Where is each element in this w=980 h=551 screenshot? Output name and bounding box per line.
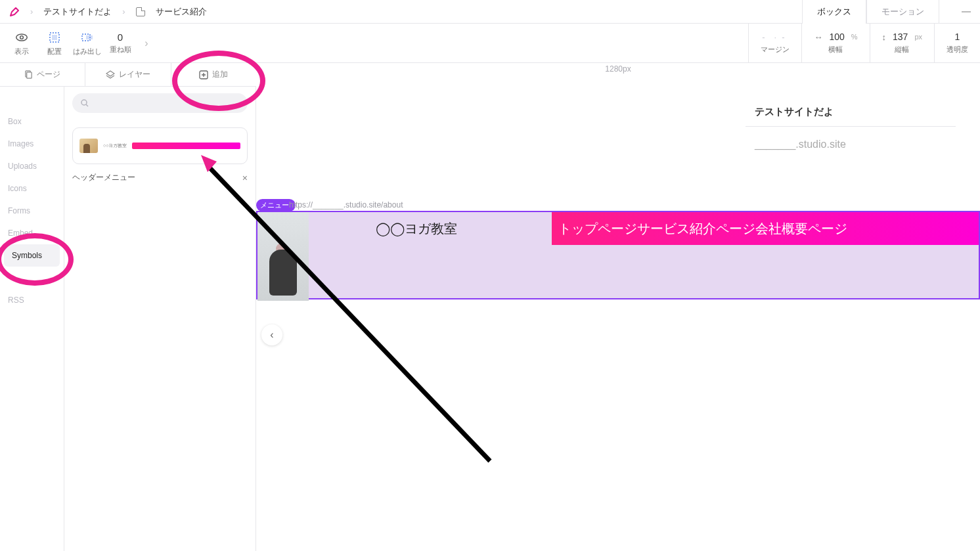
annotation-circle-add	[172, 51, 265, 111]
property-bar: 表示 配置 はみ出し 0 重ね順 › - · - マージン ↔ 10	[0, 24, 980, 63]
cat-box[interactable]: Box	[0, 110, 64, 133]
page-icon	[136, 7, 145, 16]
opacity-label: 透明度	[947, 45, 968, 55]
svg-rect-5	[86, 35, 93, 39]
align-label: 配置	[47, 47, 62, 56]
stack-tool[interactable]: 0 重ね順	[104, 32, 137, 55]
tab-layers-label: レイヤー	[119, 69, 150, 80]
margin-label: マージン	[761, 45, 790, 55]
pencil-icon[interactable]	[9, 7, 20, 17]
width-arrow-icon: ↔	[814, 32, 822, 42]
margin-prop[interactable]: - · - マージン	[748, 24, 801, 62]
selection-url: https://_______.studio.site/about	[289, 200, 403, 209]
tab-motion[interactable]: モーション	[866, 0, 939, 24]
minimize-icon[interactable]	[962, 11, 971, 12]
svg-point-9	[81, 100, 87, 105]
align-icon	[47, 30, 62, 45]
header-image	[257, 212, 309, 301]
height-unit[interactable]: px	[914, 33, 922, 41]
close-icon[interactable]: ×	[242, 173, 248, 183]
collapse-panel-button[interactable]: ‹	[261, 324, 282, 345]
chevron-right-icon[interactable]: ›	[137, 37, 156, 49]
cat-images[interactable]: Images	[0, 133, 64, 155]
opacity-prop[interactable]: 1 透明度	[934, 24, 980, 62]
selected-element[interactable]: メニュー https://_______.studio.site/about ◯…	[256, 211, 980, 299]
stack-label: 重ね順	[110, 45, 131, 55]
opacity-value[interactable]: 1	[955, 32, 960, 42]
header-nav: トップページサービス紹介ページ会社概要ページ	[552, 212, 979, 245]
width-unit[interactable]: %	[851, 33, 858, 41]
height-value[interactable]: 137	[893, 32, 908, 42]
symbol-preview-nav	[132, 143, 240, 149]
cat-uploads[interactable]: Uploads	[0, 155, 64, 177]
symbol-card[interactable]: ○○ヨガ教室	[72, 127, 248, 164]
overflow-tool[interactable]: はみ出し	[71, 30, 104, 56]
header-menu-box[interactable]: ◯◯ヨガ教室 トップページサービス紹介ページ会社概要ページ	[256, 211, 980, 299]
breadcrumb-site[interactable]: テストサイトだよ	[43, 6, 112, 18]
search-icon	[80, 99, 89, 108]
pages-icon	[24, 70, 33, 79]
cat-rss[interactable]: RSS	[0, 289, 64, 311]
breadcrumb-page[interactable]: サービス紹介	[156, 6, 207, 18]
top-breadcrumb-bar: › テストサイトだよ › サービス紹介 ボックス モーション	[0, 0, 980, 24]
frame-title[interactable]: テストサイトだよ	[746, 86, 956, 126]
svg-point-1	[20, 35, 24, 39]
width-value[interactable]: 100	[829, 32, 844, 42]
align-tool[interactable]: 配置	[38, 30, 71, 56]
design-canvas[interactable]: 1280px テストサイトだよ _______.studio.site メニュー…	[256, 63, 980, 551]
eye-icon	[14, 30, 29, 45]
svg-rect-7	[27, 72, 32, 78]
tab-pages-label: ページ	[37, 69, 60, 80]
tab-pages[interactable]: ページ	[0, 63, 85, 86]
symbol-preview-title: ○○ヨガ教室	[103, 143, 127, 149]
margin-value: - · -	[762, 32, 788, 42]
chevron-right-icon: ›	[30, 7, 33, 16]
layers-icon	[106, 70, 115, 79]
cat-icons[interactable]: Icons	[0, 177, 64, 200]
height-arrow-icon: ↕	[882, 32, 887, 42]
width-prop[interactable]: ↔ 100 % 横幅	[801, 24, 869, 62]
svg-point-0	[16, 33, 28, 40]
ruler-width-label: 1280px	[605, 64, 631, 74]
display-tool[interactable]: 表示	[5, 30, 38, 56]
svg-rect-3	[52, 35, 57, 40]
tab-layers[interactable]: レイヤー	[85, 63, 171, 86]
symbol-name: ヘッダーメニュー	[72, 172, 135, 183]
height-label: 縦幅	[895, 45, 909, 55]
symbols-panel: ○○ヨガ教室 ヘッダーメニュー ×	[64, 87, 256, 551]
symbol-thumbnail	[79, 139, 98, 153]
stack-value: 0	[118, 32, 123, 43]
tab-box[interactable]: ボックス	[802, 0, 866, 24]
chevron-left-icon: ‹	[270, 329, 273, 341]
cat-forms[interactable]: Forms	[0, 200, 64, 222]
width-label: 横幅	[828, 45, 843, 55]
chevron-right-icon: ›	[122, 7, 125, 16]
header-title: ◯◯ヨガ教室	[376, 220, 457, 238]
frame-info-card: テストサイトだよ _______.studio.site	[746, 86, 956, 162]
add-category-list: Box Images Uploads Icons Forms Embed Sym…	[0, 87, 64, 551]
inspector-tabs: ボックス モーション	[802, 0, 939, 24]
frame-domain[interactable]: _______.studio.site	[746, 126, 956, 162]
overflow-label: はみ出し	[73, 47, 102, 56]
symbol-preview: ○○ヨガ教室	[79, 135, 240, 157]
overflow-icon	[80, 30, 95, 45]
display-label: 表示	[14, 47, 29, 56]
height-prop[interactable]: ↕ 137 px 縦幅	[870, 24, 934, 62]
